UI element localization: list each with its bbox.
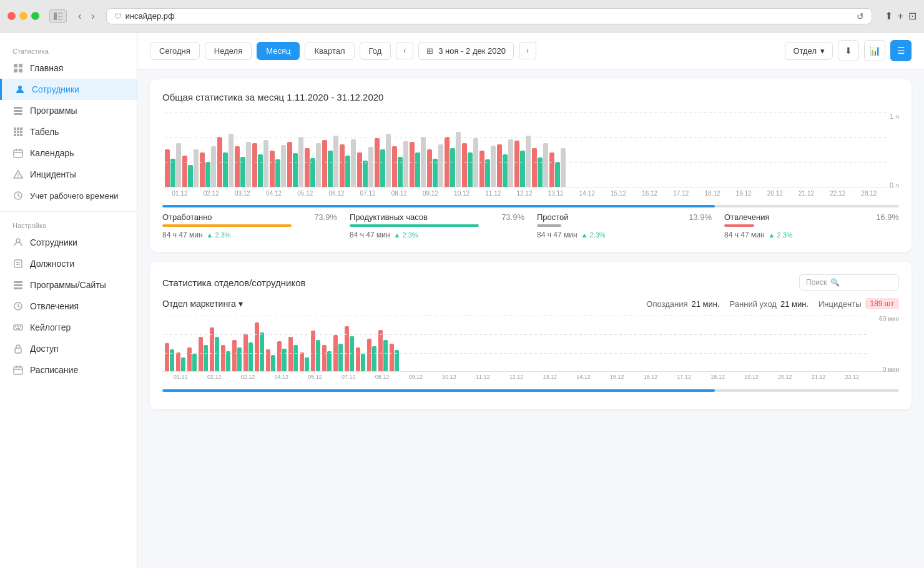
metric-productive-pct: 73.9% (501, 212, 524, 222)
s-bar-14 (311, 331, 320, 371)
content-area: Общая статистика за месяц 1.11.2020 - 31… (137, 69, 924, 429)
svg-rect-4 (14, 64, 17, 67)
s-bar-18 (356, 347, 365, 371)
svg-rect-0 (54, 12, 57, 20)
general-stats-title: Общая статистика за месяц 1.11.2020 - 31… (162, 92, 899, 102)
svg-rect-19 (17, 134, 19, 136)
sidebar-item-calendar[interactable]: Календарь (0, 142, 137, 164)
maximize-button[interactable] (31, 12, 39, 20)
sidebar-item-programs[interactable]: Программы (0, 100, 137, 121)
sidebar-item-schedule[interactable]: Расписание (0, 359, 137, 381)
svg-rect-44 (16, 328, 20, 329)
download-button[interactable]: ⬇ (838, 40, 859, 61)
s-label-9: 10.12 (433, 374, 465, 380)
home-icon (12, 62, 24, 74)
bar-group-8 (287, 137, 303, 187)
sidebar-item-timesheet[interactable]: Табель (0, 121, 137, 142)
chart-x-label-8: 08.12 (384, 190, 414, 197)
chart-x-label-5: 05.12 (290, 190, 320, 197)
general-stats-card: Общая статистика за месяц 1.11.2020 - 31… (150, 79, 912, 252)
new-tab-button[interactable]: + (898, 10, 903, 22)
chart-x-label-19: 19.12 (729, 190, 759, 197)
s-label-20: 21.12 (803, 374, 835, 380)
metric-productive: Продуктивных часов 73.9% 84 ч 47 мин 2.3… (350, 212, 524, 239)
s-label-12: 13.12 (534, 374, 566, 380)
period-btn-quarter[interactable]: Квартал (305, 42, 354, 60)
metric-distraction: Отвлечения 16.9% 84 ч 47 мин 2.3% (724, 212, 899, 239)
sidebar-item-keylogger[interactable]: Кейлоггер (0, 317, 137, 338)
sidebar-item-positions[interactable]: Должности (0, 253, 137, 274)
svg-rect-34 (14, 281, 22, 283)
period-btn-week[interactable]: Неделя (205, 42, 252, 60)
sidebar-item-programs-sites[interactable]: Программы/Сайты (0, 274, 137, 296)
dept-stat-early: Ранний уход 21 мин. (730, 299, 808, 309)
sidebar-label-positions: Должности (30, 259, 74, 269)
menu-view-button[interactable]: ☰ (890, 40, 912, 61)
keylogger-icon (12, 322, 24, 333)
s-bar-19 (367, 339, 376, 371)
tabs-button[interactable]: ⊡ (908, 10, 917, 22)
sidebar-label-distractions: Отвлечения (30, 301, 79, 311)
metric-worked-time: 84 ч 47 мин (162, 231, 203, 239)
chart-x-label-9: 09.12 (415, 190, 445, 197)
shield-icon: 🛡 (114, 12, 122, 21)
sidebar-item-incidents[interactable]: Инциденты (0, 164, 137, 185)
period-btn-today[interactable]: Сегодня (150, 42, 200, 60)
period-btn-year[interactable]: Год (360, 42, 391, 60)
programs-icon (12, 105, 24, 116)
sidebar-item-worktime[interactable]: Учет рабочего времени (0, 185, 137, 206)
grid-icon (12, 126, 24, 137)
sidebar-item-access[interactable]: Доступ (0, 338, 137, 359)
svg-rect-18 (14, 134, 16, 136)
chart-x-label-12: 12.12 (509, 190, 539, 197)
close-button[interactable] (7, 12, 16, 20)
sidebar-item-distractions[interactable]: Отвлечения (0, 296, 137, 317)
bar-group-14 (392, 141, 408, 187)
sidebar-item-home[interactable]: Главная (0, 57, 137, 79)
prev-period-button[interactable]: ‹ (396, 42, 413, 59)
bar-group-21 (514, 136, 531, 187)
department-select[interactable]: Отдел ▾ (785, 42, 833, 60)
top-bar-actions: ⬇ 📊 ☰ (838, 40, 912, 61)
bar-group-7 (270, 145, 286, 187)
department-label: Отдел (793, 46, 817, 56)
s-label-1: 01.12 (165, 374, 197, 380)
sidebar-label-timesheet: Табель (30, 127, 59, 137)
chart-x-label-11: 11.12 (478, 190, 508, 197)
download-icon: ⬇ (845, 46, 852, 56)
svg-point-26 (17, 176, 19, 177)
s-label-18: 19.12 (735, 374, 767, 380)
warning-icon (12, 169, 24, 180)
next-period-button[interactable]: › (519, 42, 536, 59)
forward-button[interactable]: › (87, 9, 98, 23)
sidebar-item-employees-settings[interactable]: Сотрудники (0, 232, 137, 253)
chart-x-label-13: 13.12 (541, 190, 571, 197)
address-bar[interactable]: 🛡 инсайдер.рф ↺ (106, 8, 872, 24)
bar-group-6 (252, 140, 268, 187)
chart-view-button[interactable]: 📊 (864, 40, 885, 61)
dept-chart-bars (162, 316, 899, 372)
reload-button[interactable]: ↺ (857, 11, 864, 21)
sidebar-toggle-button[interactable] (49, 9, 67, 23)
dept-search-box[interactable]: Поиск 🔍 (799, 274, 899, 291)
main-chart: 1 ч (162, 112, 899, 200)
back-button[interactable]: ‹ (74, 9, 85, 23)
metric-distraction-footer: 84 ч 47 мин 2.3% (724, 231, 899, 239)
dept-name[interactable]: Отдел маркетинга ▾ (162, 299, 262, 309)
metric-idle-header: Простой 13.9% (537, 212, 712, 222)
sidebar: Статистика Главная Сотрудники Программы … (0, 32, 137, 568)
share-button[interactable]: ⬆ (885, 10, 893, 22)
dept-incidents-value: 189 шт (865, 298, 899, 309)
period-btn-month[interactable]: Месяц (257, 42, 300, 60)
main-content: Сегодня Неделя Месяц Квартал Год ‹ ⊞ 3 н… (137, 32, 924, 568)
sidebar-item-employees[interactable]: Сотрудники (0, 79, 137, 100)
metric-productive-name: Продуктивных часов (350, 212, 428, 222)
bar-group-22 (532, 143, 548, 187)
menu-icon: ☰ (897, 46, 905, 56)
bar-group-2 (182, 149, 199, 187)
minimize-button[interactable] (19, 12, 27, 20)
s-label-10: 11.12 (467, 374, 499, 380)
s-label-19: 20.12 (769, 374, 801, 380)
chart-x-labels: 01.12 02.12 03.12 04.12 05.12 06.12 07.1… (162, 187, 887, 197)
programs-sites-icon (12, 279, 24, 291)
